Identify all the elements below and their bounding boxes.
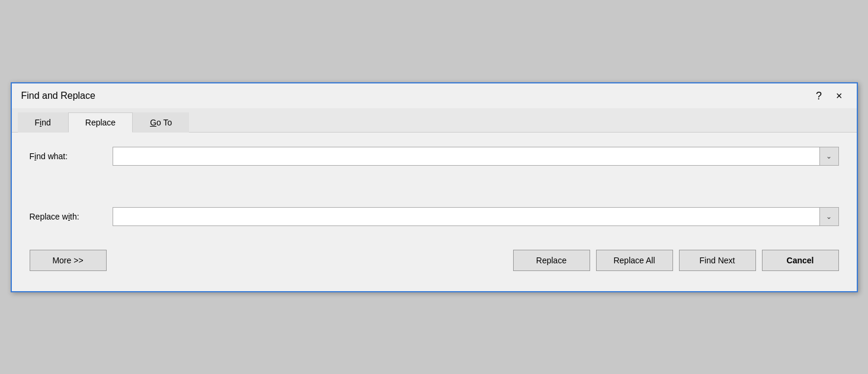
tab-replace[interactable]: Replace xyxy=(68,112,133,133)
dialog-body: Find what: ⌄ Replace with: ⌄ xyxy=(12,133,857,291)
dialog-title: Find and Replace xyxy=(21,91,95,101)
tab-find[interactable]: Find xyxy=(18,112,68,133)
tab-goto-label: Go To xyxy=(150,118,172,127)
find-underline: i xyxy=(40,118,41,127)
tab-find-label: Find xyxy=(35,118,51,127)
chevron-down-icon: ⌄ xyxy=(826,152,832,160)
find-what-combo: ⌄ xyxy=(113,147,839,166)
tab-replace-label: Replace xyxy=(85,118,116,127)
chevron-down-icon-2: ⌄ xyxy=(826,212,832,221)
replace-with-label: Replace with: xyxy=(30,212,113,221)
replace-button[interactable]: Replace xyxy=(513,250,590,271)
cancel-button[interactable]: Cancel xyxy=(762,250,839,271)
title-bar: Find and Replace ? × xyxy=(12,83,857,108)
find-replace-dialog: Find and Replace ? × Find Replace Go To … xyxy=(11,82,858,292)
replace-with-dropdown-button[interactable]: ⌄ xyxy=(819,208,838,225)
middle-spacer xyxy=(30,183,839,207)
replace-with-row: Replace with: ⌄ xyxy=(30,207,839,226)
replace-with-input[interactable] xyxy=(113,208,819,225)
find-what-input[interactable] xyxy=(113,147,819,165)
find-next-button[interactable]: Find Next xyxy=(679,250,756,271)
close-button[interactable]: × xyxy=(831,89,847,102)
tab-goto[interactable]: Go To xyxy=(133,112,189,133)
replace-with-combo: ⌄ xyxy=(113,207,839,226)
find-what-dropdown-button[interactable]: ⌄ xyxy=(819,147,838,165)
more-button[interactable]: More >> xyxy=(30,250,107,271)
help-button[interactable]: ? xyxy=(811,89,827,102)
button-row: More >> Replace Replace All Find Next Ca… xyxy=(30,244,839,277)
title-bar-controls: ? × xyxy=(811,89,847,102)
replace-all-button[interactable]: Replace All xyxy=(596,250,673,271)
find-what-row: Find what: ⌄ xyxy=(30,147,839,166)
tab-bar: Find Replace Go To xyxy=(12,108,857,133)
find-what-label: Find what: xyxy=(30,151,113,161)
